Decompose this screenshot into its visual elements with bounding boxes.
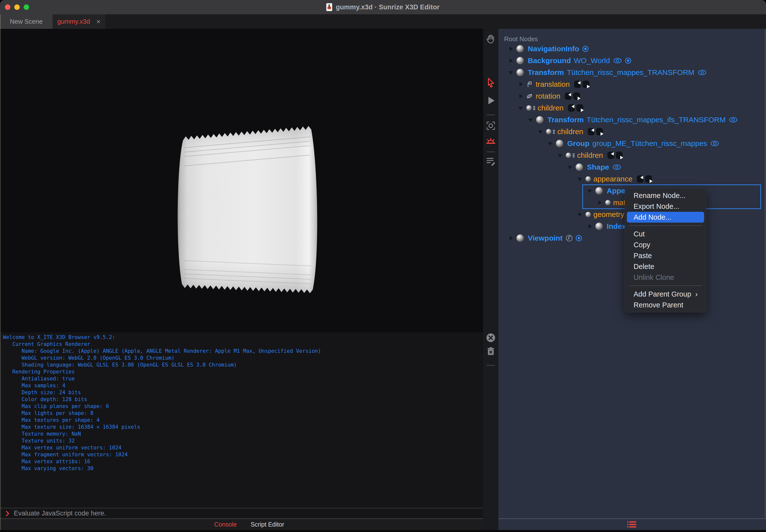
outline-editor-panel: Root Nodes NavigationInfoBackgroundWO_Wo…: [499, 29, 766, 518]
route-connectors-icon[interactable]: [568, 104, 585, 112]
clear-console-button[interactable]: [483, 346, 499, 356]
field-name-label: rotation: [536, 92, 560, 100]
bind-icon[interactable]: [582, 45, 589, 52]
collapse-arrow-icon[interactable]: [528, 117, 533, 122]
eye-icon[interactable]: [729, 117, 738, 123]
expand-arrow-icon[interactable]: [588, 224, 592, 229]
tool-icon[interactable]: [566, 234, 573, 242]
tree-row-children[interactable]: children: [499, 102, 766, 114]
eye-icon[interactable]: [710, 140, 719, 147]
collapse-arrow-icon[interactable]: [578, 212, 583, 217]
close-console-button[interactable]: [483, 333, 499, 343]
menu-item-add-parent-group[interactable]: Add Parent Group›: [627, 289, 704, 300]
sunrise-light-button[interactable]: [483, 136, 499, 147]
eye-icon[interactable]: [697, 69, 707, 76]
rendered-wrapper-packet: [173, 123, 325, 295]
field-node-sphere-icon: [526, 105, 532, 111]
route-connectors-icon[interactable]: [587, 127, 605, 136]
menu-item-label: Delete: [634, 263, 654, 271]
multi-node-dashes-icon: [573, 154, 575, 157]
tree-row-rotation[interactable]: rotation: [499, 90, 766, 102]
tab-close-icon[interactable]: ×: [96, 18, 100, 26]
tree-row-group[interactable]: Groupgroup_ME_Tütchen_rissc_mappes: [499, 138, 766, 149]
translation-field-icon: [526, 81, 533, 88]
tree-row-appearance[interactable]: appearance: [499, 173, 766, 185]
menu-item-export-node[interactable]: Export Node...: [627, 201, 704, 212]
menu-item-add-node[interactable]: Add Node...: [627, 212, 704, 223]
collapse-arrow-icon[interactable]: [558, 153, 563, 158]
menu-item-remove-parent[interactable]: Remove Parent: [627, 300, 704, 310]
expand-arrow-icon[interactable]: [509, 46, 514, 51]
tree-row-translation[interactable]: translation: [499, 78, 766, 90]
node-sphere-icon: [595, 187, 603, 195]
collapse-arrow-icon[interactable]: [519, 106, 523, 110]
expand-arrow-icon[interactable]: [519, 82, 523, 87]
tree-row-children[interactable]: children: [499, 149, 766, 161]
outline-list-icon[interactable]: [627, 520, 637, 529]
tree-row-children[interactable]: children: [499, 126, 766, 138]
menu-item-label: Export Node...: [634, 202, 679, 211]
collapse-arrow-icon[interactable]: [548, 141, 553, 146]
tab-console[interactable]: Console: [214, 521, 237, 528]
3d-viewport[interactable]: [0, 29, 483, 332]
viewfinder-icon: [485, 120, 497, 131]
tab-label: gummy.x3d: [57, 18, 90, 25]
route-connectors-icon[interactable]: [574, 80, 591, 89]
menu-item-paste[interactable]: Paste: [627, 250, 704, 261]
node-type-label: Transform: [548, 116, 584, 124]
outline-footer: [499, 518, 766, 530]
select-arrow-button[interactable]: [483, 77, 499, 89]
play-icon: [485, 95, 497, 106]
console-output[interactable]: Welcome to X_ITE X3D Browser v9.5.2: Cur…: [0, 332, 483, 508]
expand-arrow-icon[interactable]: [597, 200, 602, 205]
menu-item-label: Cut: [634, 230, 645, 238]
expand-arrow-icon[interactable]: [519, 94, 523, 99]
collapse-arrow-icon[interactable]: [578, 177, 583, 181]
collapse-arrow-icon[interactable]: [538, 129, 543, 134]
bind-icon[interactable]: [575, 235, 582, 242]
route-connectors-icon[interactable]: [564, 92, 582, 101]
expand-arrow-icon[interactable]: [509, 58, 514, 63]
tree-row-navigationinfo[interactable]: NavigationInfo: [499, 43, 766, 55]
collapse-arrow-icon[interactable]: [568, 165, 573, 170]
toolbar-divider: [487, 152, 495, 152]
tab-script-editor[interactable]: Script Editor: [250, 521, 284, 528]
panel-scroll-edge[interactable]: [765, 29, 766, 518]
toolbar-divider: [487, 365, 495, 366]
tab-bar: New Scene gummy.x3d ×: [0, 14, 766, 29]
console-input[interactable]: Evaluate JavaScript code here.: [0, 508, 483, 518]
node-type-label: Background: [528, 56, 571, 65]
bind-icon[interactable]: [625, 57, 632, 64]
viewfinder-button[interactable]: [483, 120, 499, 131]
expand-arrow-icon[interactable]: [509, 236, 514, 241]
tree-row-transform[interactable]: TransformTütchen_rissc_mappes_TRANSFORM: [499, 67, 766, 78]
menu-item-rename-node[interactable]: Rename Node...: [627, 190, 704, 201]
tree-row-transform[interactable]: TransformTütchen_rissc_mappes_ifs_TRANSF…: [499, 114, 766, 126]
route-connectors-icon[interactable]: [607, 151, 624, 160]
tree-row-shape[interactable]: Shape: [499, 161, 766, 173]
menu-item-copy[interactable]: Copy: [627, 239, 704, 250]
field-name-label: geometry: [593, 210, 624, 219]
eye-icon[interactable]: [613, 57, 622, 64]
node-sphere-icon: [576, 163, 583, 171]
script-editor-button[interactable]: [483, 156, 499, 167]
tree-row-background[interactable]: BackgroundWO_World: [499, 55, 766, 67]
tab-gummy-x3d[interactable]: gummy.x3d ×: [53, 14, 105, 29]
tab-label: New Scene: [10, 18, 43, 25]
node-type-label: Viewpoint: [528, 234, 563, 242]
menu-item-cut[interactable]: Cut: [627, 229, 704, 239]
eye-icon[interactable]: [612, 164, 622, 170]
prompt-chevron-icon: [5, 510, 10, 517]
collapse-arrow-icon[interactable]: [588, 188, 592, 193]
menu-item-delete[interactable]: Delete: [627, 261, 704, 272]
menu-separator: [629, 285, 702, 286]
document-icon: [326, 3, 332, 11]
play-button[interactable]: [483, 95, 499, 106]
route-connectors-icon[interactable]: [636, 175, 654, 183]
collapse-arrow-icon[interactable]: [509, 70, 514, 75]
viewport-toolbar: [483, 29, 499, 530]
toolbar-divider: [487, 115, 495, 115]
submenu-arrow-icon: ›: [695, 290, 698, 298]
tab-new-scene[interactable]: New Scene: [0, 14, 53, 29]
pan-hand-button[interactable]: [483, 34, 499, 45]
